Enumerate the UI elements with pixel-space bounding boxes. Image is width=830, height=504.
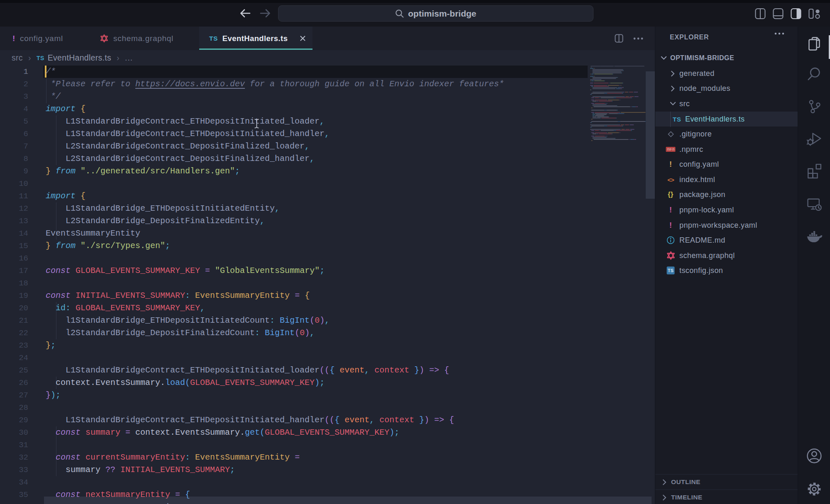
svg-text:TS: TS (668, 268, 674, 273)
